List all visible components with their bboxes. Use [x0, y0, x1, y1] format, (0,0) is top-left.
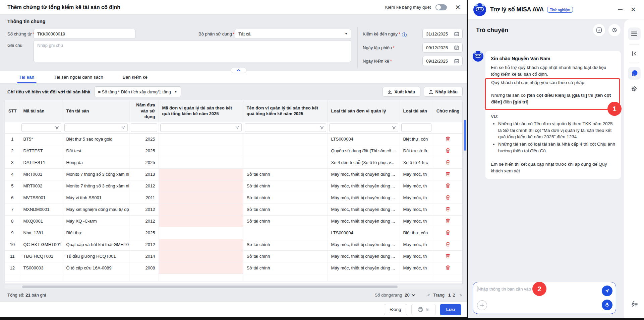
filter-funnel-icon[interactable] [320, 126, 324, 130]
misa-ava-chat-panel: Trợ lý số MISA AVA Thử nghiệm ✕ Trò chuy… [468, 0, 644, 318]
table-row[interactable]: 6MVTSS001Máy vi tính SS0012011Sở tài chí… [5, 192, 463, 204]
delete-row-button[interactable] [445, 218, 451, 225]
note-textarea[interactable]: Nhập ghi chú [34, 40, 351, 62]
delete-row-button[interactable] [445, 241, 451, 248]
annotation-step-1: 1 [607, 102, 622, 116]
horizontal-scrollbar[interactable] [5, 285, 463, 289]
filter-funnel-icon[interactable] [55, 126, 59, 130]
table-row[interactable]: 5MRT0002Monito 7 thông số 3 cổng xâm nhậ… [5, 180, 463, 192]
filter-input-2[interactable] [64, 123, 128, 132]
delete-row-button[interactable] [445, 229, 451, 237]
menu-button[interactable] [628, 27, 641, 40]
calendar-icon[interactable] [454, 59, 459, 63]
chevron-up-icon [237, 69, 241, 72]
filter-text-input[interactable] [163, 125, 235, 130]
filter-text-input[interactable] [67, 125, 121, 130]
tab-0[interactable]: Tài sản [19, 71, 35, 83]
table-row[interactable]: 11TĐG HCQT001Tủ đầu giường HCQT0012014Sở… [5, 250, 463, 262]
next-page-button[interactable]: > [459, 293, 463, 298]
filter-text-input[interactable] [133, 125, 155, 130]
tab-1[interactable]: Tài sản ngoài danh sách [54, 71, 103, 83]
print-button[interactable]: In [411, 304, 435, 315]
export-button[interactable]: Xuất khẩu [383, 87, 420, 97]
created-date-input[interactable]: 09/12/2025 [422, 43, 463, 53]
filter-text-input[interactable] [247, 125, 320, 130]
prev-page-button[interactable]: < [427, 293, 431, 298]
cell-4 [159, 227, 243, 239]
calendar-icon[interactable] [454, 45, 459, 50]
table-row[interactable]: 1BT5*Biệt thư 5 sao roya gold2025LTS0000… [5, 133, 463, 145]
chat-close-icon[interactable]: ✕ [631, 6, 636, 13]
new-chat-button[interactable] [593, 24, 605, 36]
filter-input-3[interactable] [131, 123, 157, 132]
delete-row-button[interactable] [445, 171, 451, 178]
cell-5: Sở tài chính [243, 262, 328, 274]
delete-row-button[interactable] [445, 194, 451, 202]
delete-row-button[interactable] [445, 206, 451, 213]
filter-text-input[interactable] [24, 125, 55, 130]
import-button[interactable]: Nhập khẩu [424, 87, 463, 97]
history-button[interactable] [608, 24, 621, 36]
filter-funnel-icon[interactable] [235, 126, 239, 130]
scan-toggle[interactable] [435, 4, 447, 10]
delete-icon [446, 183, 450, 188]
save-button[interactable]: Lưu [440, 304, 461, 315]
calendar-icon[interactable] [454, 31, 459, 36]
table-row[interactable]: 4MRT0001Monito 7 thông số 3 cổng xâm nhậ… [5, 168, 463, 180]
delete-row-button[interactable] [445, 136, 451, 143]
table-row[interactable]: 12TS000003Ô tô cấp cứu 16A-00892008Sở tà… [5, 262, 463, 274]
close-button[interactable]: Đóng [384, 304, 407, 315]
download-icon [388, 90, 392, 94]
chat-tab-button[interactable] [628, 67, 641, 80]
plus-icon [480, 303, 484, 308]
cell-4 [159, 180, 243, 192]
minimize-icon[interactable] [618, 9, 623, 10]
department-select[interactable]: Tất cả▼ [235, 29, 351, 39]
delete-row-button[interactable] [445, 159, 451, 166]
page-button-1[interactable]: 1 [447, 293, 452, 298]
cell-2: Máy vi tính SS001 [63, 192, 129, 204]
formula-dropdown[interactable]: = Số tầng * Diện tích xây dựng/1 tầng ▼ [94, 86, 181, 97]
filter-input-6[interactable] [329, 123, 398, 132]
filter-text-input[interactable] [404, 125, 429, 130]
table-row[interactable]: 2DATTESTĐất test2025Quyền sử dụng đất (T… [5, 145, 463, 157]
filter-input-7[interactable] [401, 123, 431, 132]
inventory-date-input[interactable]: 09/12/2025 [422, 56, 463, 66]
delete-row-button[interactable] [445, 253, 451, 260]
quick-actions-button[interactable] [628, 299, 641, 309]
filter-funnel-icon[interactable] [392, 126, 396, 130]
table-row[interactable]: 7MXNDM0001Máy xét nghiệm đông máu tự độn… [5, 204, 463, 215]
inventory-to-date-input[interactable]: 31/12/2025 [422, 29, 463, 39]
filter-cell-8 [433, 122, 463, 133]
filter-input-4[interactable] [160, 123, 242, 132]
scrollbar-thumb[interactable] [22, 286, 398, 288]
table-row[interactable]: 3DATTEST1Hồng đa2025Xe 4 đến 5 chỗ (Xe ô… [5, 157, 463, 168]
table-row[interactable]: 9Nha_1381Biệt thự2025LTS000004Biệt thự, … [5, 227, 463, 239]
filter-input-1[interactable] [21, 123, 61, 132]
rows-per-page-select[interactable]: 20 [405, 293, 415, 298]
voice-input-button[interactable] [602, 300, 612, 310]
filter-funnel-icon[interactable] [121, 126, 125, 130]
info-icon[interactable]: i [402, 32, 407, 37]
delete-row-button[interactable] [445, 182, 451, 190]
filter-text-input[interactable] [332, 125, 392, 130]
vertical-scrollbar-thumb[interactable] [464, 120, 466, 151]
doc-no-input[interactable]: TKK00000019 [34, 29, 135, 39]
delete-row-button[interactable] [445, 264, 451, 272]
cell-6: LTS000004 [328, 227, 400, 239]
total-records: Tổng số: 21 bản ghi [7, 293, 46, 298]
collapse-section-button[interactable] [231, 68, 247, 73]
collapse-panel-button[interactable] [628, 49, 641, 59]
page-button-2[interactable]: 2 [452, 293, 456, 298]
modal-close-icon[interactable]: ✕ [455, 4, 461, 11]
cell-3: 2012 [129, 204, 159, 215]
attach-button[interactable] [477, 300, 487, 310]
table-row[interactable]: 8MXQ0001Máy XQ -C-arm2012Sở tài chínhMáy… [5, 215, 463, 227]
tab-2[interactable]: Ban kiểm kê [123, 71, 148, 83]
send-button[interactable] [602, 286, 612, 296]
cell-7: Máy móc, th [400, 168, 433, 180]
delete-row-button[interactable] [445, 147, 451, 155]
filter-input-5[interactable] [245, 123, 326, 132]
settings-button[interactable] [628, 84, 641, 94]
table-row[interactable]: 10QC-HKT GMHT001Quạt cấp và hút khí thải… [5, 239, 463, 250]
